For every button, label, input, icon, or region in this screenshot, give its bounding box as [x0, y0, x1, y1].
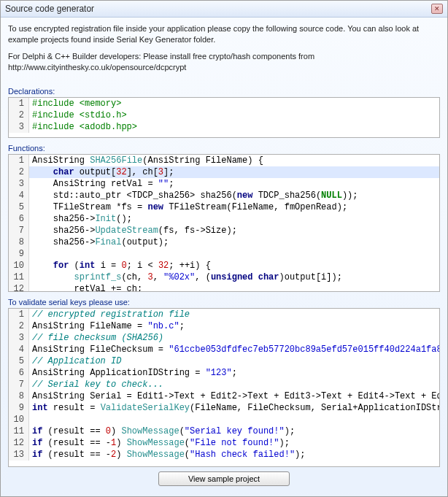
- functions-label: Functions:: [8, 144, 440, 153]
- code-line[interactable]: 11 sprintf_s(ch, 3, "%02x", (unsigned ch…: [9, 271, 439, 283]
- code-content[interactable]: // Serial key to check...: [29, 379, 439, 390]
- line-number: 10: [9, 414, 29, 425]
- line-number: 1: [9, 309, 29, 320]
- code-line[interactable]: 9int result = ValidateSerialKey(FileName…: [9, 402, 439, 414]
- code-line[interactable]: 8 sha256->Final(output);: [9, 236, 439, 248]
- code-content[interactable]: [29, 414, 439, 425]
- code-content[interactable]: #include <memory>: [29, 98, 439, 109]
- line-number: 11: [9, 425, 29, 437]
- code-content[interactable]: AnsiString FileName = "nb.c";: [29, 320, 439, 332]
- line-number: 3: [9, 332, 29, 344]
- code-line[interactable]: 7// Serial key to check...: [9, 379, 439, 390]
- line-number: 9: [9, 248, 29, 260]
- code-content[interactable]: AnsiString FileChecksum = "61ccbe053dfdf…: [29, 344, 440, 355]
- code-line[interactable]: 2AnsiString FileName = "nb.c";: [9, 320, 439, 332]
- intro-line-1: To use encrypted registration file insid…: [8, 23, 440, 45]
- code-line[interactable]: 2#include <stdio.h>: [9, 109, 439, 121]
- code-line[interactable]: 9: [9, 248, 439, 260]
- code-content[interactable]: sha256->UpdateStream(fs, fs->Size);: [29, 225, 439, 236]
- code-content[interactable]: // encrypted registration file: [29, 309, 439, 320]
- code-line[interactable]: 12 retVal += ch;: [9, 283, 439, 292]
- code-content[interactable]: AnsiString SHA256File(AnsiString FileNam…: [29, 155, 439, 166]
- line-number: 12: [9, 437, 29, 449]
- code-content[interactable]: if (result == -2) ShowMessage("Hash chec…: [29, 449, 439, 461]
- code-content[interactable]: char output[32], ch[3];: [29, 166, 439, 178]
- code-content[interactable]: sprintf_s(ch, 3, "%02x", (unsigned char)…: [29, 271, 439, 283]
- code-content[interactable]: AnsiString retVal = "";: [29, 178, 439, 190]
- code-line[interactable]: 3 AnsiString retVal = "";: [9, 178, 439, 190]
- code-line[interactable]: 1#include <memory>: [9, 98, 439, 109]
- code-content[interactable]: sha256->Final(output);: [29, 236, 439, 248]
- line-number: 6: [9, 213, 29, 225]
- line-number: 2: [9, 109, 29, 121]
- line-number: 8: [9, 236, 29, 248]
- view-sample-button[interactable]: View sample project: [158, 471, 290, 486]
- line-number: 4: [9, 190, 29, 201]
- close-button[interactable]: ✕: [431, 4, 443, 14]
- code-line[interactable]: 5 TFileStream *fs = new TFileStream(File…: [9, 201, 439, 213]
- code-line[interactable]: 4 std::auto_ptr <TDCP_sha256> sha256(new…: [9, 190, 439, 201]
- code-content[interactable]: for (int i = 0; i < 32; ++i) {: [29, 260, 439, 271]
- code-content[interactable]: // file checksum (SHA256): [29, 332, 439, 344]
- code-content[interactable]: AnsiString Serial = Edit1->Text + Edit2-…: [29, 390, 440, 402]
- code-line[interactable]: 10 for (int i = 0; i < 32; ++i) {: [9, 260, 439, 271]
- code-content[interactable]: TFileStream *fs = new TFileStream(FileNa…: [29, 201, 439, 213]
- code-line[interactable]: 5// Application ID: [9, 355, 439, 367]
- line-number: 6: [9, 367, 29, 379]
- code-line[interactable]: 3#include <adodb.hpp>: [9, 121, 439, 133]
- code-content[interactable]: #include <stdio.h>: [29, 109, 439, 121]
- functions-editor[interactable]: 1AnsiString SHA256File(AnsiString FileNa…: [8, 154, 440, 292]
- code-line[interactable]: 6AnsiString ApplicationIDString = "123";: [9, 367, 439, 379]
- code-line[interactable]: 4AnsiString FileChecksum = "61ccbe053dfd…: [9, 344, 439, 355]
- line-number: 9: [9, 402, 29, 414]
- code-content[interactable]: sha256->Init();: [29, 213, 439, 225]
- line-number: 2: [9, 166, 29, 178]
- code-line[interactable]: 10: [9, 414, 439, 425]
- close-icon: ✕: [434, 5, 440, 12]
- code-line[interactable]: 3// file checksum (SHA256): [9, 332, 439, 344]
- validate-label: To validate serial keys please use:: [8, 298, 440, 307]
- code-content[interactable]: if (result == -1) ShowMessage("File not …: [29, 437, 439, 449]
- line-number: 5: [9, 201, 29, 213]
- code-content[interactable]: #include <adodb.hpp>: [29, 121, 439, 133]
- line-number: 10: [9, 260, 29, 271]
- line-number: 13: [9, 449, 29, 461]
- line-number: 5: [9, 355, 29, 367]
- intro-line-2: For Delphi & C++ Builder developers: Ple…: [8, 51, 440, 73]
- line-number: 7: [9, 225, 29, 236]
- line-number: 8: [9, 390, 29, 402]
- validate-editor[interactable]: 1// encrypted registration file2AnsiStri…: [8, 308, 440, 467]
- window-title: Source code generator: [5, 4, 94, 14]
- line-number: 1: [9, 98, 29, 109]
- code-line[interactable]: 13if (result == -2) ShowMessage("Hash ch…: [9, 449, 439, 461]
- code-line[interactable]: 1AnsiString SHA256File(AnsiString FileNa…: [9, 155, 439, 166]
- declarations-editor[interactable]: 1#include <memory>2#include <stdio.h>3#i…: [8, 97, 440, 138]
- code-content[interactable]: retVal += ch;: [29, 283, 439, 292]
- footer: View sample project: [8, 467, 440, 492]
- declarations-label: Declarations:: [8, 87, 440, 96]
- line-number: 2: [9, 320, 29, 332]
- content-area: To use encrypted registration file insid…: [1, 18, 447, 496]
- window-titlebar: Source code generator ✕: [1, 1, 447, 18]
- code-content[interactable]: std::auto_ptr <TDCP_sha256> sha256(new T…: [29, 190, 439, 201]
- line-number: 1: [9, 155, 29, 166]
- code-content[interactable]: if (result == 0) ShowMessage("Serial key…: [29, 425, 439, 437]
- line-number: 7: [9, 379, 29, 390]
- code-content[interactable]: // Application ID: [29, 355, 439, 367]
- line-number: 3: [9, 121, 29, 133]
- code-content[interactable]: AnsiString ApplicationIDString = "123";: [29, 367, 439, 379]
- intro-text: To use encrypted registration file insid…: [8, 23, 440, 78]
- code-line[interactable]: 11if (result == 0) ShowMessage("Serial k…: [9, 425, 439, 437]
- code-content[interactable]: int result = ValidateSerialKey(FileName,…: [29, 402, 440, 414]
- line-number: 11: [9, 271, 29, 283]
- code-line[interactable]: 2 char output[32], ch[3];: [9, 166, 439, 178]
- line-number: 4: [9, 344, 29, 355]
- code-line[interactable]: 7 sha256->UpdateStream(fs, fs->Size);: [9, 225, 439, 236]
- line-number: 3: [9, 178, 29, 190]
- line-number: 12: [9, 283, 29, 292]
- code-content[interactable]: [29, 248, 439, 260]
- code-line[interactable]: 8AnsiString Serial = Edit1->Text + Edit2…: [9, 390, 439, 402]
- code-line[interactable]: 1// encrypted registration file: [9, 309, 439, 320]
- code-line[interactable]: 12if (result == -1) ShowMessage("File no…: [9, 437, 439, 449]
- code-line[interactable]: 6 sha256->Init();: [9, 213, 439, 225]
